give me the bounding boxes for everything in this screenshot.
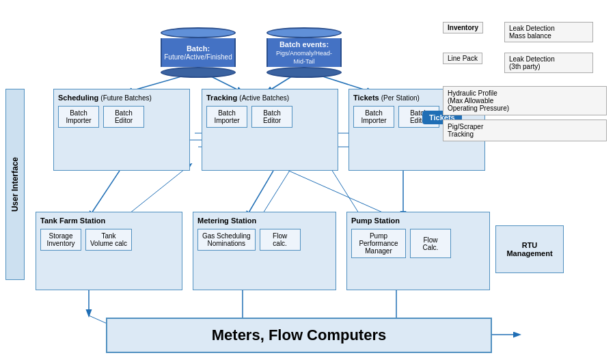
metering-section: Metering Station Gas SchedulingNominatio… bbox=[193, 212, 336, 290]
meters-box: Meters, Flow Computers bbox=[106, 318, 492, 353]
scheduling-modules: BatchImporter BatchEditor bbox=[58, 106, 185, 128]
tracking-section: Tracking (Active Batches) BatchImporter … bbox=[202, 89, 338, 171]
scheduling-section: Scheduling (Future Batches) BatchImporte… bbox=[53, 89, 190, 171]
user-interface-bar: User Interface bbox=[5, 89, 25, 280]
batch-events-cylinder-top bbox=[266, 27, 342, 38]
tank-farm-title: Tank Farm Station bbox=[40, 216, 178, 225]
tracking-batch-editor: BatchEditor bbox=[251, 106, 292, 128]
rtu-box: RTU Management bbox=[495, 225, 564, 273]
hydraulic-profile: Hydraulic Profile(Max AllowableOperating… bbox=[443, 86, 607, 115]
tracking-title: Tracking (Active Batches) bbox=[206, 94, 333, 102]
gas-scheduling: Gas SchedulingNominations bbox=[197, 229, 256, 251]
inventory-label: Inventory bbox=[443, 22, 483, 33]
tank-farm-modules: StorageInventory TankVolume calc bbox=[40, 229, 178, 251]
batch-cylinder-top bbox=[161, 27, 236, 38]
pump-performance: PumpPerformanceManager bbox=[351, 229, 406, 258]
pump-modules: PumpPerformanceManager FlowCalc. bbox=[351, 229, 485, 258]
line-pack-label: Line Pack bbox=[443, 53, 482, 64]
scheduling-title: Scheduling (Future Batches) bbox=[58, 94, 185, 102]
batch-events-cylinder-bottom bbox=[266, 67, 342, 78]
pump-section: Pump Station PumpPerformanceManager Flow… bbox=[346, 212, 490, 290]
flow-calc-pump: FlowCalc. bbox=[410, 229, 451, 258]
user-interface-label: User Interface bbox=[10, 157, 20, 212]
inventory-panel: Inventory Leak DetectionMass balance Lin… bbox=[443, 22, 607, 141]
batch-cylinder: Batch:Future/Active/Finished bbox=[161, 27, 236, 78]
batch-cylinder-body: Batch:Future/Active/Finished bbox=[161, 38, 236, 67]
svg-line-8 bbox=[89, 171, 120, 217]
scheduling-batch-importer: BatchImporter bbox=[58, 106, 99, 128]
tracking-modules: BatchImporter BatchEditor bbox=[206, 106, 333, 128]
svg-line-9 bbox=[246, 171, 273, 217]
leak-detection-3rd: Leak Detection(3th party) bbox=[504, 53, 593, 73]
svg-line-20 bbox=[273, 164, 396, 219]
pig-scraper: Pig/ScraperTracking bbox=[443, 120, 607, 141]
metering-title: Metering Station bbox=[197, 216, 331, 225]
pump-title: Pump Station bbox=[351, 216, 485, 225]
svg-line-18 bbox=[260, 164, 294, 219]
storage-inventory: StorageInventory bbox=[40, 229, 81, 251]
tracking-batch-importer: BatchImporter bbox=[206, 106, 247, 128]
svg-line-19 bbox=[328, 164, 362, 219]
flow-calc-metering: Flowcalc. bbox=[260, 229, 301, 251]
tank-volume-calc: TankVolume calc bbox=[85, 229, 132, 251]
batch-cylinder-bottom bbox=[161, 67, 236, 78]
metering-modules: Gas SchedulingNominations Flowcalc. bbox=[197, 229, 331, 251]
svg-line-17 bbox=[123, 164, 191, 219]
diagram: User Interface Batch:Future/Active/Finis… bbox=[0, 0, 615, 364]
batch-events-cylinder: Batch events:Pigs/Anomaly/Head-Mid-Tail bbox=[266, 27, 342, 78]
tank-farm-section: Tank Farm Station StorageInventory TankV… bbox=[36, 212, 182, 290]
tickets-batch-importer: BatchImporter bbox=[353, 106, 394, 128]
batch-events-cylinder-body: Batch events:Pigs/Anomaly/Head-Mid-Tail bbox=[266, 38, 342, 67]
scheduling-batch-editor: BatchEditor bbox=[103, 106, 144, 128]
leak-detection-mass: Leak DetectionMass balance bbox=[504, 22, 593, 42]
